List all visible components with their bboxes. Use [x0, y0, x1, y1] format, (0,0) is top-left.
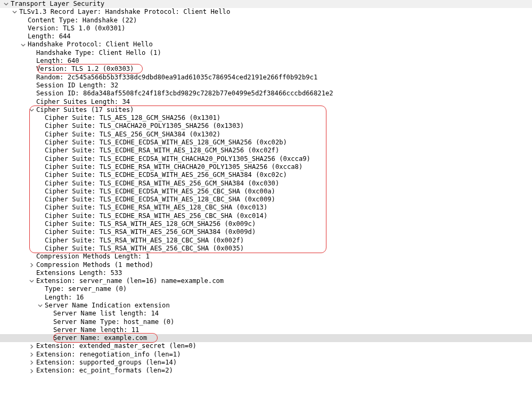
chevron-down-icon[interactable] — [28, 279, 35, 283]
tree-node[interactable]: Cipher Suite: TLS_ECDHE_RSA_WITH_AES_256… — [0, 212, 532, 220]
tree-node-label: Cipher Suite: TLS_RSA_WITH_AES_128_GCM_S… — [44, 220, 256, 228]
tree-node-label: Cipher Suite: TLS_RSA_WITH_AES_256_CBC_S… — [44, 245, 244, 253]
tree-node[interactable]: Cipher Suite: TLS_ECDHE_RSA_WITH_AES_256… — [0, 180, 532, 188]
tree-node-label: Cipher Suite: TLS_ECDHE_ECDSA_WITH_AES_2… — [44, 171, 287, 179]
tree-node-label: Extension: renegotiation_info (len=1) — [35, 351, 181, 359]
tree-node[interactable]: Server Name length: 11 — [0, 326, 532, 334]
tree-node-label: Random: 2c545a566b5b3f338dc9dbd80ea91ad6… — [35, 74, 317, 82]
tree-node-label: Session ID Length: 32 — [35, 82, 118, 90]
tree-node-expandable[interactable]: TLSv1.3 Record Layer: Handshake Protocol… — [0, 8, 532, 16]
tree-node-expandable[interactable]: Extension: extended_master_secret (len=0… — [0, 342, 532, 350]
tree-node-label: Cipher Suite: TLS_CHACHA20_POLY1305_SHA2… — [44, 122, 244, 130]
tree-node[interactable]: Server Name list length: 14 — [0, 310, 532, 318]
tree-node[interactable]: Version: TLS 1.2 (0x0303) — [0, 65, 532, 73]
tree-node[interactable]: Length: 640 — [0, 57, 532, 65]
tree-node-label: Extensions Length: 533 — [35, 269, 122, 277]
tree-node-label: Cipher Suites Length: 34 — [35, 98, 130, 106]
tree-node-label: Cipher Suite: TLS_ECDHE_RSA_WITH_CHACHA2… — [44, 163, 302, 171]
tree-node[interactable]: Content Type: Handshake (22) — [0, 17, 532, 25]
tree-node-expandable[interactable]: Server Name Indication extension — [0, 302, 532, 310]
tree-node-label: Handshake Protocol: Client Hello — [27, 40, 153, 48]
tree-node-expandable[interactable]: Extension: ec_point_formats (len=2) — [0, 367, 532, 375]
tree-node[interactable]: Cipher Suite: TLS_RSA_WITH_AES_128_GCM_S… — [0, 220, 532, 228]
tree-node-label: Cipher Suite: TLS_ECDHE_ECDSA_WITH_AES_1… — [44, 139, 287, 147]
tree-node[interactable]: Session ID Length: 32 — [0, 82, 532, 90]
tree-node-expandable[interactable]: Extension: renegotiation_info (len=1) — [0, 351, 532, 359]
chevron-down-icon[interactable] — [28, 108, 35, 112]
tree-node[interactable]: Cipher Suite: TLS_ECDHE_ECDSA_WITH_AES_1… — [0, 139, 532, 147]
tree-node[interactable]: Cipher Suite: TLS_AES_128_GCM_SHA256 (0x… — [0, 114, 532, 122]
tree-node-label: Cipher Suite: TLS_ECDHE_RSA_WITH_AES_256… — [44, 212, 267, 220]
tree-node[interactable]: Session ID: 86da348af5508fc24f18f3cbd982… — [0, 90, 532, 98]
tree-node[interactable]: Handshake Type: Client Hello (1) — [0, 49, 532, 57]
tree-node-expandable[interactable]: Extension: supported_groups (len=14) — [0, 359, 532, 367]
tree-node[interactable]: Cipher Suite: TLS_ECDHE_RSA_WITH_AES_128… — [0, 147, 532, 155]
tree-node[interactable]: Cipher Suites Length: 34 — [0, 98, 532, 106]
tree-node[interactable]: Compression Methods Length: 1 — [0, 253, 532, 261]
chevron-right-icon[interactable] — [28, 360, 35, 365]
tree-node[interactable]: Random: 2c545a566b5b3f338dc9dbd80ea91ad6… — [0, 74, 532, 82]
tree-node-label: Version: TLS 1.0 (0x0301) — [27, 25, 125, 33]
tree-node-expandable[interactable]: Compression Methods (1 method) — [0, 261, 532, 269]
tree-node[interactable]: Cipher Suite: TLS_AES_256_GCM_SHA384 (0x… — [0, 131, 532, 139]
tree-node-label: Session ID: 86da348af5508fc24f18f3cbd982… — [35, 90, 333, 98]
chevron-down-icon[interactable] — [36, 303, 44, 308]
chevron-right-icon[interactable] — [28, 369, 35, 374]
tree-node-label: Version: TLS 1.2 (0x0303) — [35, 65, 134, 73]
tree-node-label: Handshake Type: Client Hello (1) — [35, 49, 161, 57]
tree-node-label: Type: server_name (0) — [44, 285, 127, 293]
tree-node[interactable]: Server Name Type: host_name (0) — [0, 318, 532, 326]
tree-node-label: TLSv1.3 Record Layer: Handshake Protocol… — [18, 8, 230, 16]
tree-node[interactable]: Cipher Suite: TLS_CHACHA20_POLY1305_SHA2… — [0, 122, 532, 130]
tree-node-label: Compression Methods (1 method) — [35, 261, 153, 269]
tree-node-label: Cipher Suites (17 suites) — [35, 106, 134, 114]
tree-node-label: Cipher Suite: TLS_ECDHE_RSA_WITH_AES_128… — [44, 204, 267, 212]
tree-node[interactable]: Cipher Suite: TLS_ECDHE_ECDSA_WITH_AES_1… — [0, 196, 532, 204]
tree-node[interactable]: Cipher Suite: TLS_RSA_WITH_AES_256_GCM_S… — [0, 228, 532, 236]
tree-node-label: Extension: ec_point_formats (len=2) — [35, 367, 173, 375]
tree-node-label: Content Type: Handshake (22) — [27, 17, 137, 25]
tree-node-label: Cipher Suite: TLS_RSA_WITH_AES_256_GCM_S… — [44, 228, 256, 236]
tree-node[interactable]: Type: server_name (0) — [0, 285, 532, 293]
tree-node-expandable[interactable]: Transport Layer Security — [0, 0, 532, 8]
tree-node-label: Cipher Suite: TLS_ECDHE_ECDSA_WITH_AES_1… — [44, 196, 275, 204]
tree-node-label: Server Name Indication extension — [44, 302, 170, 310]
chevron-right-icon[interactable] — [28, 344, 35, 349]
tree-node-expandable[interactable]: Cipher Suites (17 suites) — [0, 106, 532, 114]
tree-node[interactable]: Cipher Suite: TLS_ECDHE_ECDSA_WITH_CHACH… — [0, 155, 532, 163]
chevron-right-icon[interactable] — [28, 263, 35, 268]
tree-node-label: Length: 640 — [35, 57, 79, 65]
tree-node[interactable]: Length: 644 — [0, 33, 532, 40]
tree-node[interactable]: Cipher Suite: TLS_ECDHE_ECDSA_WITH_AES_2… — [0, 171, 532, 179]
tree-node[interactable]: Cipher Suite: TLS_ECDHE_ECDSA_WITH_AES_2… — [0, 188, 532, 196]
tree-node[interactable]: Cipher Suite: TLS_RSA_WITH_AES_128_CBC_S… — [0, 237, 532, 245]
tree-node[interactable]: Cipher Suite: TLS_RSA_WITH_AES_256_CBC_S… — [0, 245, 532, 253]
tree-node-expandable[interactable]: Extension: server_name (len=16) name=exa… — [0, 277, 532, 285]
tree-node[interactable]: Cipher Suite: TLS_ECDHE_RSA_WITH_AES_128… — [0, 204, 532, 212]
chevron-down-icon[interactable] — [11, 10, 18, 14]
chevron-right-icon[interactable] — [28, 352, 35, 357]
tree-node[interactable]: Version: TLS 1.0 (0x0301) — [0, 25, 532, 33]
tree-node-label: Cipher Suite: TLS_ECDHE_RSA_WITH_AES_256… — [44, 180, 279, 188]
tree-node-label: Server Name Type: host_name (0) — [52, 318, 174, 326]
tree-node[interactable]: Extensions Length: 533 — [0, 269, 532, 277]
chevron-down-icon[interactable] — [19, 43, 27, 47]
tree-node-label: Extension: extended_master_secret (len=0… — [35, 342, 197, 350]
tree-node-label: Cipher Suite: TLS_AES_128_GCM_SHA256 (0x… — [44, 114, 220, 122]
tree-node-label: Transport Layer Security — [10, 0, 104, 8]
tree-node-label: Length: 644 — [27, 33, 71, 40]
tree-node-expandable[interactable]: Handshake Protocol: Client Hello — [0, 40, 532, 48]
tree-node[interactable]: Server Name: example.com — [0, 334, 532, 342]
tree-node[interactable]: Length: 16 — [0, 294, 532, 302]
chevron-down-icon[interactable] — [2, 2, 10, 6]
tree-node-label: Cipher Suite: TLS_ECDHE_ECDSA_WITH_CHACH… — [44, 155, 310, 163]
tree-node-label: Compression Methods Length: 1 — [35, 253, 150, 261]
tree-node-label: Length: 16 — [44, 294, 84, 302]
tree-node-label: Cipher Suite: TLS_RSA_WITH_AES_128_CBC_S… — [44, 237, 244, 245]
tree-node-label: Server Name list length: 14 — [52, 310, 159, 318]
tree-node-label: Server Name length: 11 — [52, 326, 139, 334]
tree-node[interactable]: Cipher Suite: TLS_ECDHE_RSA_WITH_CHACHA2… — [0, 163, 532, 171]
tree-node-label: Server Name: example.com — [52, 334, 147, 342]
protocol-tree[interactable]: Transport Layer SecurityTLSv1.3 Record L… — [0, 0, 532, 375]
tree-node-label: Cipher Suite: TLS_AES_256_GCM_SHA384 (0x… — [44, 131, 220, 139]
